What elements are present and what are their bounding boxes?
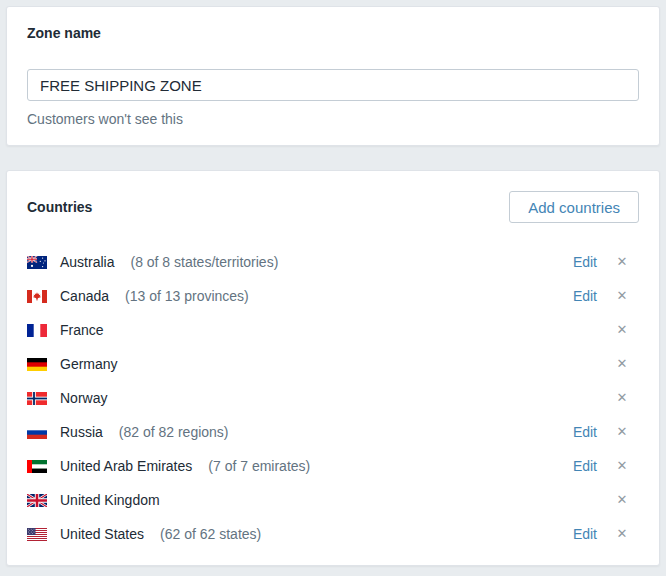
country-name: United Kingdom — [60, 492, 160, 508]
country-row: United Arab Emirates (7 of 7 emirates) E… — [27, 449, 639, 483]
country-list: Australia (8 of 8 states/territories) Ed… — [27, 245, 639, 551]
zone-name-label: Zone name — [27, 23, 639, 43]
country-row: United Kingdom ✕ — [27, 483, 639, 517]
add-countries-button[interactable]: Add countries — [509, 191, 639, 223]
flag-icon-france — [27, 324, 47, 337]
countries-card-header: Countries Add countries — [27, 191, 639, 223]
remove-country-button[interactable]: ✕ — [615, 289, 629, 303]
country-subcount: (13 of 13 provinces) — [125, 288, 249, 304]
remove-country-button[interactable]: ✕ — [615, 323, 629, 337]
flag-icon-united-arab-emirates — [27, 460, 47, 473]
edit-country-link[interactable]: Edit — [573, 288, 597, 304]
remove-country-button[interactable]: ✕ — [615, 527, 629, 541]
country-name: Norway — [60, 390, 107, 406]
remove-country-button[interactable]: ✕ — [615, 425, 629, 439]
country-name: United States — [60, 526, 144, 542]
countries-card: Countries Add countries Australia (8 of … — [6, 170, 660, 566]
zone-name-card: Zone name Customers won't see this — [6, 6, 660, 146]
countries-title: Countries — [27, 199, 92, 215]
country-subcount: (82 of 82 regions) — [119, 424, 229, 440]
country-row: Australia (8 of 8 states/territories) Ed… — [27, 245, 639, 279]
country-row: United States (62 of 62 states) Edit ✕ — [27, 517, 639, 551]
country-name: Canada — [60, 288, 109, 304]
zone-name-helper-text: Customers won't see this — [27, 111, 639, 128]
remove-country-button[interactable]: ✕ — [615, 255, 629, 269]
country-name: Australia — [60, 254, 114, 270]
edit-country-link[interactable]: Edit — [573, 254, 597, 270]
flag-icon-norway — [27, 392, 47, 405]
country-subcount: (62 of 62 states) — [160, 526, 261, 542]
country-subcount: (7 of 7 emirates) — [208, 458, 310, 474]
remove-country-button[interactable]: ✕ — [615, 357, 629, 371]
edit-country-link[interactable]: Edit — [573, 424, 597, 440]
country-row: Russia (82 of 82 regions) Edit ✕ — [27, 415, 639, 449]
country-subcount: (8 of 8 states/territories) — [130, 254, 278, 270]
country-row: Germany ✕ — [27, 347, 639, 381]
remove-country-button[interactable]: ✕ — [615, 391, 629, 405]
zone-name-input[interactable] — [27, 69, 639, 101]
edit-country-link[interactable]: Edit — [573, 458, 597, 474]
country-name: Russia — [60, 424, 103, 440]
country-name: France — [60, 322, 104, 338]
edit-country-link[interactable]: Edit — [573, 526, 597, 542]
flag-icon-canada — [27, 290, 47, 303]
country-name: Germany — [60, 356, 118, 372]
country-row: Norway ✕ — [27, 381, 639, 415]
flag-icon-russia — [27, 426, 47, 439]
flag-icon-united-states — [27, 528, 47, 541]
flag-icon-germany — [27, 358, 47, 371]
country-row: France ✕ — [27, 313, 639, 347]
country-name: United Arab Emirates — [60, 458, 192, 474]
flag-icon-australia — [27, 256, 47, 269]
country-row: Canada (13 of 13 provinces) Edit ✕ — [27, 279, 639, 313]
remove-country-button[interactable]: ✕ — [615, 459, 629, 473]
shipping-zone-settings: Zone name Customers won't see this Count… — [0, 6, 666, 566]
remove-country-button[interactable]: ✕ — [615, 493, 629, 507]
flag-icon-united-kingdom — [27, 494, 47, 507]
